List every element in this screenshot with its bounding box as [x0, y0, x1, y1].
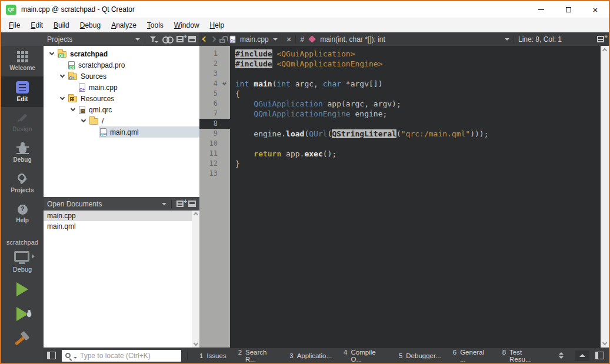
code-text: }	[230, 159, 240, 169]
pane-label: Issues	[206, 352, 226, 359]
code-line[interactable]: 9 engine.load(QUrl(QStringLiteral("qrc:/…	[199, 129, 601, 139]
build-button[interactable]	[14, 332, 31, 349]
output-pane-issues[interactable]: 1Issues	[194, 352, 232, 359]
line-number-gutter: 2	[199, 59, 230, 69]
code-line[interactable]: 1#include <QGuiApplication>	[199, 49, 601, 59]
split-editor-icon[interactable]	[597, 36, 604, 42]
tree-row[interactable]: C+main.cpp	[44, 82, 199, 93]
code-editor[interactable]: 1#include <QGuiApplication>2#include <QQ…	[199, 46, 601, 348]
pane-nav-updown-icon[interactable]	[559, 352, 564, 359]
projects-dropdown-icon[interactable]	[135, 38, 140, 41]
code-line[interactable]: 6 QGuiApplication app(argc, argv);	[199, 99, 601, 109]
code-line[interactable]: 3	[199, 69, 601, 79]
toggle-right-sidebar-icon[interactable]	[595, 352, 604, 359]
current-symbol[interactable]: main(int, char *[]): int	[320, 35, 501, 44]
code-line[interactable]: 11 return app.exec();	[199, 149, 601, 159]
line-number: 1	[199, 49, 221, 59]
code-text: return app.exec();	[230, 149, 336, 159]
kit-selector[interactable]: scratchpad Debug	[1, 239, 44, 273]
code-line[interactable]: 8	[199, 119, 601, 129]
debug-run-button[interactable]	[16, 307, 28, 321]
scroll-down-icon[interactable]	[602, 340, 607, 345]
forward-icon[interactable]	[211, 36, 216, 42]
output-pane-searchr[interactable]: 2Search R...	[232, 349, 284, 363]
output-pane-applicatio[interactable]: 3Applicatio...	[284, 352, 338, 359]
mode-design[interactable]: Design	[1, 107, 44, 138]
output-pane-testresu[interactable]: 8Test Resu...	[496, 349, 550, 363]
split-panel-icon[interactable]	[176, 36, 184, 42]
scroll-down-icon[interactable]	[193, 341, 198, 346]
tree-row[interactable]: C+Sources	[44, 71, 199, 82]
code-line[interactable]: 2#include <QQmlApplicationEngine>	[199, 59, 601, 69]
locator-input[interactable]	[80, 352, 178, 360]
expand-chevron-icon[interactable]	[79, 120, 88, 122]
maximize-output-pane-button[interactable]	[575, 350, 589, 361]
scroll-up-icon[interactable]	[193, 212, 198, 217]
run-button[interactable]	[16, 282, 28, 296]
kit-expand-arrow-icon	[32, 254, 35, 259]
locator[interactable]	[62, 350, 181, 362]
code-line[interactable]: 13	[199, 169, 601, 179]
code-line[interactable]: 10	[199, 139, 601, 149]
expand-chevron-icon[interactable]	[58, 98, 67, 99]
mode-help[interactable]: Help	[1, 199, 44, 229]
tree-row[interactable]: Qtscratchpad	[44, 48, 199, 59]
mode-welcome[interactable]: Welcome	[1, 46, 44, 76]
tree-row[interactable]: Qtscratchpad.pro	[44, 59, 199, 71]
menu-edit[interactable]: Edit	[25, 19, 48, 32]
unlocked-icon	[219, 39, 225, 43]
output-pane-compileo[interactable]: 4Compile O...	[338, 349, 393, 363]
split-documents-icon[interactable]	[176, 201, 184, 207]
tree-row[interactable]: Resources	[44, 93, 199, 104]
pane-number: 8	[502, 349, 506, 363]
filter-icon[interactable]	[150, 35, 158, 43]
open-document-item[interactable]: main.qml	[44, 221, 192, 232]
line-number-gutter: 4	[199, 79, 230, 89]
documents-scrollbar[interactable]	[192, 211, 199, 348]
tree-row[interactable]: /	[44, 115, 199, 126]
scroll-up-icon[interactable]	[602, 48, 607, 53]
close-documents-icon[interactable]	[188, 201, 196, 207]
pane-label: Applicatio...	[297, 352, 332, 359]
menu-window[interactable]: Window	[169, 19, 205, 32]
menu-analyze[interactable]: Analyze	[106, 19, 142, 32]
file-dropdown-icon[interactable]	[273, 38, 278, 41]
code-line[interactable]: 7 QQmlApplicationEngine engine;	[199, 109, 601, 119]
editor-scrollbar[interactable]	[601, 46, 609, 348]
symbol-dropdown-icon[interactable]	[505, 38, 509, 41]
folder-grid-icon	[68, 96, 77, 102]
menu-debug[interactable]: Debug	[75, 19, 106, 32]
expand-chevron-icon[interactable]	[47, 53, 56, 55]
menu-help[interactable]: Help	[205, 19, 230, 32]
code-line[interactable]: 12}	[199, 159, 601, 169]
output-pane-general[interactable]: 6General ...	[447, 349, 496, 363]
close-document-icon[interactable]: ×	[286, 35, 292, 44]
mode-projects[interactable]: Projects	[1, 168, 44, 199]
expand-chevron-icon[interactable]	[68, 109, 78, 111]
open-document-item[interactable]: main.cpp	[44, 211, 192, 221]
monitor-icon	[14, 251, 29, 262]
menu-build[interactable]: Build	[48, 19, 75, 32]
menu-file[interactable]: File	[4, 19, 25, 32]
code-line[interactable]: 4int main(int argc, char *argv[])	[199, 79, 601, 89]
open-file-name[interactable]: main.cpp	[240, 35, 269, 44]
toggle-left-sidebar-icon[interactable]	[47, 352, 56, 359]
code-line[interactable]: 5{	[199, 89, 601, 99]
mode-edit[interactable]: Edit	[1, 76, 44, 107]
projects-panel-title: Projects	[47, 35, 131, 44]
sync-link-icon[interactable]	[162, 36, 172, 42]
fold-marker-icon[interactable]	[221, 79, 230, 89]
mode-debug[interactable]: Debug	[1, 138, 44, 168]
open-documents-dropdown-icon[interactable]	[162, 203, 166, 205]
maximize-button[interactable]	[555, 1, 582, 18]
menu-tools[interactable]: Tools	[142, 19, 169, 32]
tree-row[interactable]: qmlmain.qml	[44, 126, 199, 138]
close-panel-icon[interactable]	[188, 36, 196, 42]
expand-chevron-icon[interactable]	[58, 75, 67, 77]
close-button[interactable]: ×	[582, 1, 609, 18]
tree-row[interactable]: qml.qrc	[44, 104, 199, 115]
pencil-icon	[17, 113, 28, 123]
minimize-button[interactable]	[528, 1, 555, 18]
output-pane-debugger[interactable]: 5Debugger...	[393, 352, 447, 359]
back-icon[interactable]	[202, 36, 208, 42]
